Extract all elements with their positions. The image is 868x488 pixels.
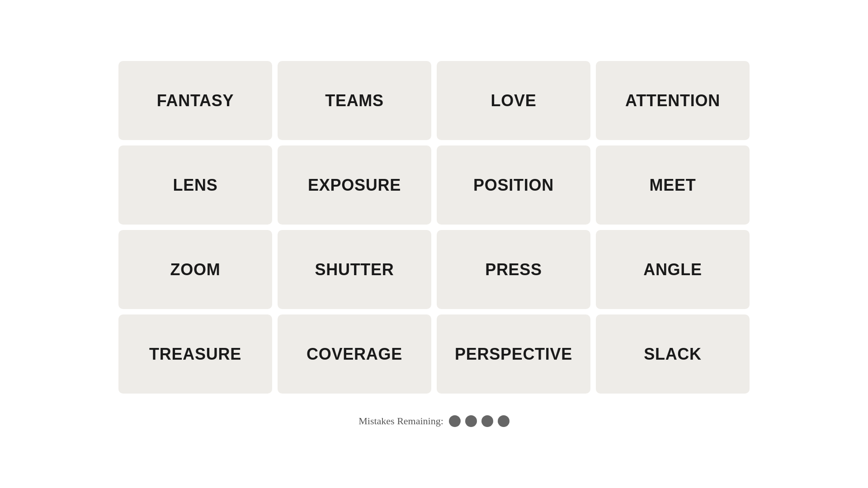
grid-cell-love[interactable]: LOVE [437, 61, 590, 140]
cell-label-fantasy: FANTASY [157, 91, 234, 110]
grid-cell-teams[interactable]: TEAMS [278, 61, 431, 140]
mistakes-dots [449, 415, 509, 427]
grid-cell-exposure[interactable]: EXPOSURE [278, 145, 431, 225]
grid-cell-shutter[interactable]: SHUTTER [278, 230, 431, 309]
cell-label-shutter: SHUTTER [315, 260, 394, 279]
grid-cell-lens[interactable]: LENS [118, 145, 272, 225]
mistakes-remaining-row: Mistakes Remaining: [359, 415, 509, 427]
cell-label-angle: ANGLE [643, 260, 702, 279]
mistake-dot-3 [481, 415, 493, 427]
grid-cell-meet[interactable]: MEET [596, 145, 750, 225]
cell-label-treasure: TREASURE [149, 345, 241, 364]
grid-cell-fantasy[interactable]: FANTASY [118, 61, 272, 140]
cell-label-press: PRESS [485, 260, 542, 279]
grid-cell-perspective[interactable]: PERSPECTIVE [437, 314, 590, 394]
cell-label-perspective: PERSPECTIVE [455, 345, 572, 364]
grid-cell-slack[interactable]: SLACK [596, 314, 750, 394]
word-grid: FANTASYTEAMSLOVEATTENTIONLENSEXPOSUREPOS… [118, 61, 750, 394]
cell-label-zoom: ZOOM [170, 260, 221, 279]
grid-cell-position[interactable]: POSITION [437, 145, 590, 225]
grid-cell-zoom[interactable]: ZOOM [118, 230, 272, 309]
cell-label-lens: LENS [173, 176, 218, 195]
cell-label-exposure: EXPOSURE [308, 176, 401, 195]
mistakes-label: Mistakes Remaining: [359, 415, 443, 427]
grid-cell-attention[interactable]: ATTENTION [596, 61, 750, 140]
cell-label-meet: MEET [650, 176, 696, 195]
grid-cell-press[interactable]: PRESS [437, 230, 590, 309]
cell-label-coverage: COVERAGE [307, 345, 402, 364]
grid-cell-treasure[interactable]: TREASURE [118, 314, 272, 394]
mistake-dot-2 [465, 415, 477, 427]
cell-label-teams: TEAMS [325, 91, 384, 110]
mistake-dot-1 [449, 415, 461, 427]
cell-label-love: LOVE [491, 91, 537, 110]
mistake-dot-4 [498, 415, 509, 427]
grid-cell-angle[interactable]: ANGLE [596, 230, 750, 309]
cell-label-position: POSITION [473, 176, 554, 195]
cell-label-attention: ATTENTION [625, 91, 720, 110]
cell-label-slack: SLACK [644, 345, 702, 364]
grid-cell-coverage[interactable]: COVERAGE [278, 314, 431, 394]
